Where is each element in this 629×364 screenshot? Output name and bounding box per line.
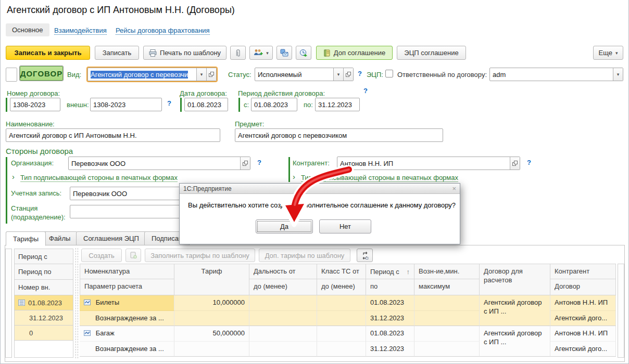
contragent-help[interactable]: ? <box>527 159 531 166</box>
copy-button[interactable] <box>125 249 141 262</box>
cell-remuneration2[interactable] <box>414 311 480 327</box>
period-from-field[interactable]: 01.08.2023 <box>251 98 297 111</box>
cell-settle-contract[interactable]: Агентский договор с ИП ... <box>480 295 550 326</box>
cell-period-to[interactable]: 31.12.2023 <box>366 311 414 327</box>
cell-distance[interactable] <box>249 295 317 311</box>
cell-class2[interactable] <box>317 311 366 327</box>
responsible-dropdown-icon[interactable]: ▾ <box>613 68 623 81</box>
sign-type-link-left[interactable]: Тип подписывающей стороны в печатных фор… <box>20 174 178 182</box>
kind-open-icon[interactable] <box>206 68 216 81</box>
col-class-from[interactable]: Класс ТС от <box>317 264 366 279</box>
cell-remuneration2[interactable] <box>414 342 480 357</box>
cell-tariff2[interactable] <box>174 311 249 327</box>
cell-calc-param[interactable]: Вознаграждение за ... <box>80 311 174 327</box>
send-email-button[interactable] <box>276 46 292 60</box>
left-panel-empty-row[interactable] <box>14 341 73 358</box>
cell-nomenclature[interactable]: Билеты <box>80 295 174 311</box>
kind-dropdown-icon[interactable]: ▾ <box>196 68 206 81</box>
cell-period-to[interactable]: 31.12.2023 <box>366 342 414 357</box>
dop-tariffs-button[interactable]: Доп. тарифы по шаблону <box>259 249 350 262</box>
tab-charter-trips[interactable]: Рейсы договора фрахтования <box>116 27 210 35</box>
date-field[interactable]: 01.08.2023 <box>184 98 228 111</box>
contragent-field[interactable]: Антонов Н.Н. ИП <box>337 157 520 170</box>
tab-tariffs[interactable]: Тарифы <box>6 231 46 246</box>
print-template-button[interactable]: Печать по шаблону <box>143 46 227 60</box>
dialog-close-icon[interactable]: × <box>452 185 456 192</box>
dialog-yes-button[interactable]: Да <box>256 219 313 233</box>
left-panel-row-number[interactable]: 0 <box>14 326 73 341</box>
cell-contragent[interactable]: Антонов Н.Н. ИП <box>550 326 616 342</box>
ecp-checkbox[interactable] <box>385 70 393 77</box>
tab-interactions[interactable]: Взаимодействия <box>54 27 107 35</box>
tab-main[interactable]: Основное <box>6 23 49 36</box>
cell-settle-contract[interactable]: Агентский договор с ИП ... <box>480 326 550 357</box>
responsible-field[interactable]: adm ▾ <box>489 68 623 81</box>
panel-splitter[interactable] <box>76 248 78 358</box>
attach-button[interactable] <box>230 46 246 60</box>
col-nomenclature[interactable]: Номенклатура <box>80 264 174 279</box>
cell-period-from[interactable]: 01.08.2023 <box>366 326 414 342</box>
col-remuneration-min[interactable]: Возн-ие,мин. <box>414 264 480 279</box>
cell-class[interactable] <box>317 326 366 342</box>
col-settle-contract[interactable]: Договор для расчетов <box>480 264 550 295</box>
tab-ecp-agreements[interactable]: Соглашения ЭЦП <box>76 231 146 245</box>
history-button[interactable] <box>296 46 311 60</box>
cell-class[interactable] <box>317 295 366 311</box>
counterparty-create-button[interactable]: ▾ <box>249 46 273 60</box>
dialog-no-button[interactable]: Нет <box>319 219 371 233</box>
left-panel-header-number[interactable]: Номер вн. <box>14 280 73 295</box>
left-panel-row-period-to[interactable]: 31.12.2023 <box>14 310 73 326</box>
subject-field[interactable]: Агентский договор с перевозчиком <box>235 128 443 142</box>
col-remuneration-max[interactable]: максимум <box>414 279 480 295</box>
col-class-to[interactable]: до (менее) <box>317 279 366 295</box>
cell-distance[interactable] <box>249 326 317 342</box>
organization-open-icon[interactable] <box>240 157 250 170</box>
ecp-agreement-button[interactable]: ЭЦП соглашение <box>397 46 466 60</box>
col-period-from[interactable]: Период с↑ <box>366 264 414 279</box>
fill-tariffs-button[interactable]: Заполнить тарифы по шаблону <box>145 249 255 262</box>
cell-remuneration[interactable] <box>414 326 480 342</box>
cell-period-from[interactable]: 01.08.2023 <box>366 295 414 311</box>
contragent-open-icon[interactable] <box>510 157 520 170</box>
cell-distance2[interactable] <box>249 311 317 327</box>
organization-field[interactable]: Перевозчик ООО <box>68 157 250 170</box>
left-panel-row-period-from[interactable]: 01.08.2023 <box>14 295 73 310</box>
cell-tariff2[interactable] <box>174 342 249 357</box>
save-close-button[interactable]: Записать и закрыть <box>6 46 90 60</box>
external-number-field[interactable]: 1308-2023 <box>90 98 162 111</box>
number-help[interactable]: ? <box>167 99 171 107</box>
tab-files[interactable]: Файлы <box>42 231 78 245</box>
cell-distance2[interactable] <box>249 342 317 357</box>
more-button[interactable]: Еще ▾ <box>593 46 623 60</box>
left-panel-header-period-to[interactable]: Период по <box>14 264 73 280</box>
save-button[interactable]: Записать <box>95 46 139 60</box>
dop-agreement-button[interactable]: Доп соглашение <box>316 46 393 60</box>
cell-class2[interactable] <box>317 342 366 357</box>
create-button[interactable]: Создать <box>81 249 122 262</box>
cell-contragent[interactable]: Антонов Н.Н. ИП <box>550 295 616 311</box>
left-panel-scrollbar[interactable] <box>5 249 12 358</box>
col-distance-to[interactable]: до (менее) <box>249 279 317 295</box>
cell-tariff[interactable]: 10,000000 <box>174 295 249 311</box>
col-period-to[interactable]: по <box>366 279 414 295</box>
number-field[interactable]: 1308-2023 <box>10 98 60 111</box>
name-field[interactable]: Агентский договор с ИП Антоновым Н.Н. <box>6 128 220 142</box>
kind-field[interactable]: Агентский договор с перевозчи ▾ <box>87 68 217 81</box>
col-distance-from[interactable]: Дальность от <box>249 264 317 279</box>
status-field[interactable]: Исполняемый ▾ <box>255 68 354 81</box>
cell-nomenclature[interactable]: Багаж <box>80 326 174 342</box>
cell-contract[interactable]: Агентский дого... <box>550 342 616 357</box>
left-panel-header-period-from[interactable]: Период с <box>14 249 73 264</box>
organization-help[interactable]: ? <box>257 159 261 166</box>
refresh-button[interactable] <box>357 249 373 262</box>
col-contragent[interactable]: Контрагент <box>550 264 616 279</box>
cell-tariff[interactable]: 50,000000 <box>174 326 249 342</box>
table-scrollbar[interactable] <box>618 264 624 358</box>
cell-calc-param[interactable]: Вознаграждение за ... <box>80 342 174 357</box>
status-help[interactable]: ? <box>358 70 362 77</box>
period-to-field[interactable]: 31.12.2023 <box>315 98 360 111</box>
status-dropdown-icon[interactable]: ▾ <box>333 68 343 81</box>
contract-picture-box[interactable] <box>6 68 17 82</box>
cell-remuneration[interactable] <box>414 295 480 311</box>
status-open-icon[interactable] <box>343 68 353 81</box>
